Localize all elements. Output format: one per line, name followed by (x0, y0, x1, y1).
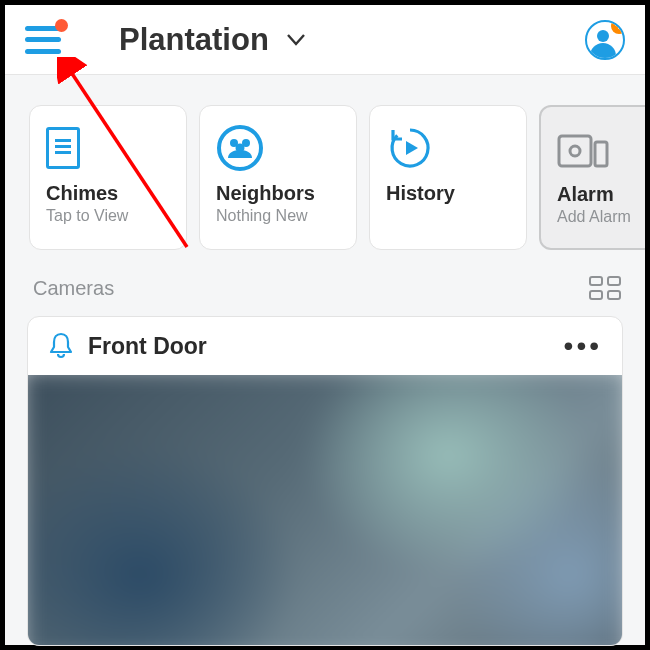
app-frame: Plantation + Chimes Tap to View Neighbor… (0, 0, 650, 650)
card-sub: Add Alarm (557, 208, 645, 226)
alarm-icon (557, 121, 645, 177)
neighbors-icon (216, 120, 340, 176)
svg-rect-6 (595, 142, 607, 166)
location-selector[interactable]: Plantation (119, 22, 305, 58)
document-icon (46, 120, 170, 176)
alarm-card[interactable]: Alarm Add Alarm (539, 105, 645, 250)
card-sub: Nothing New (216, 207, 340, 225)
notification-dot-icon (55, 19, 68, 32)
add-plus-icon: + (611, 20, 625, 34)
card-title: Chimes (46, 182, 170, 205)
camera-title: Front Door (88, 333, 207, 360)
card-title: History (386, 182, 510, 205)
neighbors-card[interactable]: Neighbors Nothing New (199, 105, 357, 250)
card-title: Alarm (557, 183, 645, 206)
history-icon (386, 120, 510, 176)
card-title: Neighbors (216, 182, 340, 205)
people-icon (590, 36, 620, 58)
camera-card[interactable]: Front Door ••• (27, 316, 623, 646)
caret-down-icon (287, 34, 305, 46)
svg-rect-4 (559, 136, 591, 166)
history-card[interactable]: History (369, 105, 527, 250)
camera-preview[interactable] (28, 375, 622, 645)
camera-card-header: Front Door ••• (28, 317, 622, 375)
location-title: Plantation (119, 22, 269, 58)
section-title: Cameras (33, 277, 114, 300)
svg-point-5 (570, 146, 580, 156)
shortcut-cards-row[interactable]: Chimes Tap to View Neighbors Nothing New… (5, 75, 645, 274)
grid-view-button[interactable] (589, 276, 621, 300)
cameras-section-header: Cameras (5, 274, 645, 316)
profile-button[interactable]: + (585, 20, 625, 60)
chimes-card[interactable]: Chimes Tap to View (29, 105, 187, 250)
card-sub: Tap to View (46, 207, 170, 225)
bell-icon (48, 331, 74, 361)
more-options-button[interactable]: ••• (564, 342, 602, 350)
header: Plantation + (5, 5, 645, 75)
menu-button[interactable] (25, 26, 61, 54)
